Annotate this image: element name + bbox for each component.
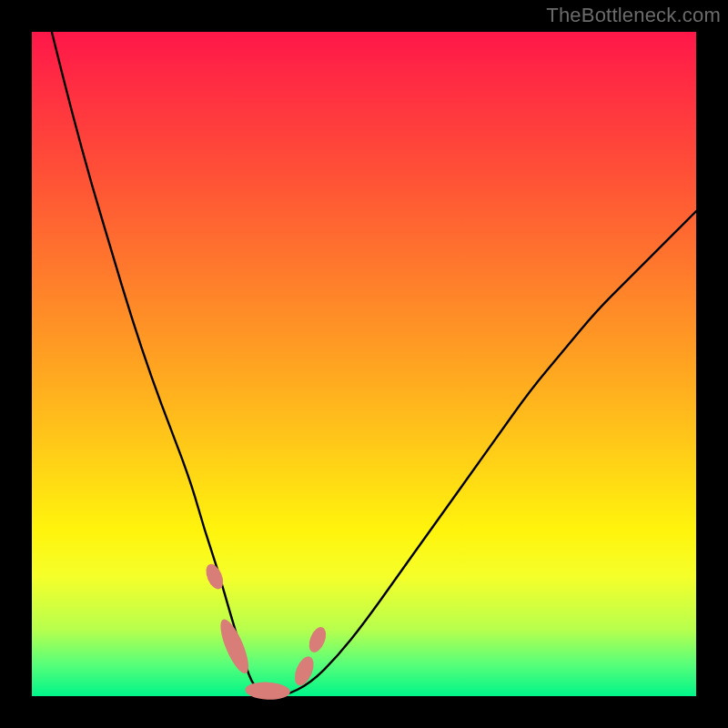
marker-blobs — [203, 561, 329, 701]
curve-line — [52, 32, 696, 696]
plot-overlay — [32, 32, 696, 696]
chart-canvas: TheBottleneck.com — [0, 0, 728, 728]
right-upper-blob — [306, 624, 329, 654]
watermark-text: TheBottleneck.com — [546, 4, 721, 27]
plot-area — [32, 32, 696, 696]
right-lower-blob — [291, 653, 318, 688]
bottom-blob — [245, 681, 291, 701]
